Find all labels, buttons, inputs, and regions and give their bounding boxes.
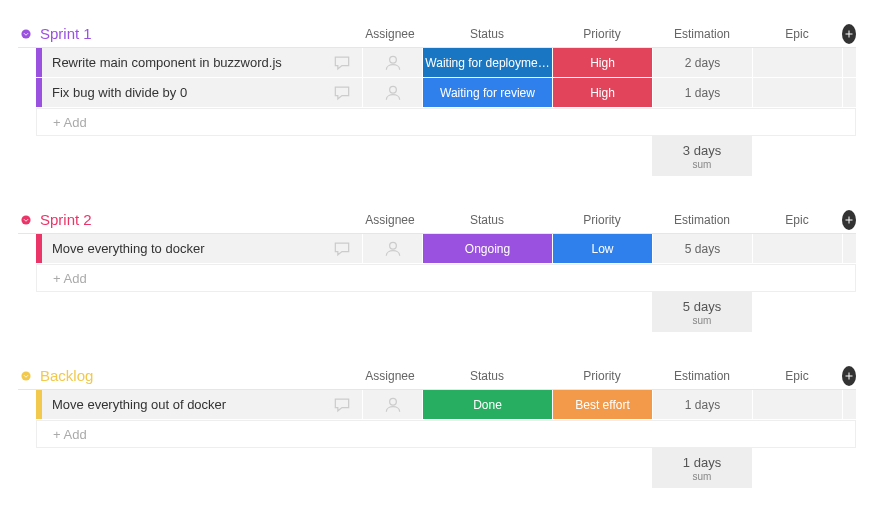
group-title[interactable]: Sprint 1 [40,25,92,42]
group: Sprint 1AssigneeStatusPriorityEstimation… [18,20,856,176]
collapse-toggle-icon[interactable] [18,26,34,42]
group-title-area: Sprint 2 [18,211,358,228]
row-tail [842,234,856,263]
svg-point-4 [389,242,396,249]
column-header-estimation[interactable]: Estimation [652,213,752,227]
add-column-button[interactable] [842,24,856,44]
group-header: Sprint 1AssigneeStatusPriorityEstimation… [18,20,856,48]
row-tail [842,390,856,419]
group: Sprint 2AssigneeStatusPriorityEstimation… [18,206,856,332]
column-header-status[interactable]: Status [422,369,552,383]
estimation-sum: 5 dayssum [652,292,752,332]
svg-point-1 [389,56,396,63]
sum-label: sum [693,159,712,170]
group: BacklogAssigneeStatusPriorityEstimationE… [18,362,856,488]
sum-label: sum [693,315,712,326]
group-header: BacklogAssigneeStatusPriorityEstimationE… [18,362,856,390]
sum-value: 1 days [683,455,721,470]
assignee-cell[interactable] [362,234,422,263]
add-column-button[interactable] [842,210,856,230]
column-header-epic[interactable]: Epic [752,27,842,41]
svg-point-5 [21,371,30,380]
add-task-row[interactable]: + Add [36,420,856,448]
status-cell[interactable]: Ongoing [422,234,552,263]
group-title[interactable]: Backlog [40,367,93,384]
column-header-epic[interactable]: Epic [752,369,842,383]
add-task-row[interactable]: + Add [36,264,856,292]
add-task-label: + Add [43,427,87,442]
svg-point-2 [389,86,396,93]
column-header-assignee[interactable]: Assignee [358,27,422,41]
add-column-button[interactable] [842,366,856,386]
chat-icon[interactable] [322,48,362,77]
estimation-cell[interactable]: 1 days [652,390,752,419]
column-header-priority[interactable]: Priority [552,369,652,383]
column-header-status[interactable]: Status [422,27,552,41]
estimation-cell[interactable]: 2 days [652,48,752,77]
task-name-cell[interactable]: Move everything to docker [42,234,322,263]
estimation-cell[interactable]: 5 days [652,234,752,263]
epic-cell[interactable] [752,234,842,263]
epic-cell[interactable] [752,390,842,419]
add-task-label: + Add [43,115,87,130]
group-title-area: Sprint 1 [18,25,358,42]
task-name-cell[interactable]: Rewrite main component in buzzword.js [42,48,322,77]
svg-point-0 [21,29,30,38]
sum-label: sum [693,471,712,482]
row-tail [842,78,856,107]
estimation-sum: 1 dayssum [652,448,752,488]
group-title-area: Backlog [18,367,358,384]
sum-value: 3 days [683,143,721,158]
group-title[interactable]: Sprint 2 [40,211,92,228]
priority-cell[interactable]: High [552,78,652,107]
task-name-cell[interactable]: Fix bug with divide by 0 [42,78,322,107]
chat-icon[interactable] [322,390,362,419]
column-header-estimation[interactable]: Estimation [652,27,752,41]
task-row[interactable]: Rewrite main component in buzzword.jsWai… [36,48,856,78]
column-header-estimation[interactable]: Estimation [652,369,752,383]
status-cell[interactable]: Waiting for deployme… [422,48,552,77]
column-header-assignee[interactable]: Assignee [358,369,422,383]
estimation-sum: 3 dayssum [652,136,752,176]
column-header-priority[interactable]: Priority [552,27,652,41]
priority-cell[interactable]: Best effort [552,390,652,419]
chat-icon[interactable] [322,78,362,107]
epic-cell[interactable] [752,48,842,77]
task-row[interactable]: Fix bug with divide by 0Waiting for revi… [36,78,856,108]
chat-icon[interactable] [322,234,362,263]
svg-point-3 [21,215,30,224]
sum-row: 3 dayssum [36,136,856,176]
assignee-cell[interactable] [362,78,422,107]
group-header: Sprint 2AssigneeStatusPriorityEstimation… [18,206,856,234]
estimation-cell[interactable]: 1 days [652,78,752,107]
task-row[interactable]: Move everything out of dockerDoneBest ef… [36,390,856,420]
column-header-priority[interactable]: Priority [552,213,652,227]
collapse-toggle-icon[interactable] [18,212,34,228]
status-cell[interactable]: Done [422,390,552,419]
task-row[interactable]: Move everything to dockerOngoingLow5 day… [36,234,856,264]
column-header-status[interactable]: Status [422,213,552,227]
sum-value: 5 days [683,299,721,314]
add-task-row[interactable]: + Add [36,108,856,136]
sum-row: 1 dayssum [36,448,856,488]
column-header-epic[interactable]: Epic [752,213,842,227]
task-name-cell[interactable]: Move everything out of docker [42,390,322,419]
epic-cell[interactable] [752,78,842,107]
row-tail [842,48,856,77]
add-task-label: + Add [43,271,87,286]
status-cell[interactable]: Waiting for review [422,78,552,107]
sum-row: 5 dayssum [36,292,856,332]
assignee-cell[interactable] [362,48,422,77]
column-header-assignee[interactable]: Assignee [358,213,422,227]
priority-cell[interactable]: High [552,48,652,77]
collapse-toggle-icon[interactable] [18,368,34,384]
priority-cell[interactable]: Low [552,234,652,263]
assignee-cell[interactable] [362,390,422,419]
svg-point-6 [389,398,396,405]
